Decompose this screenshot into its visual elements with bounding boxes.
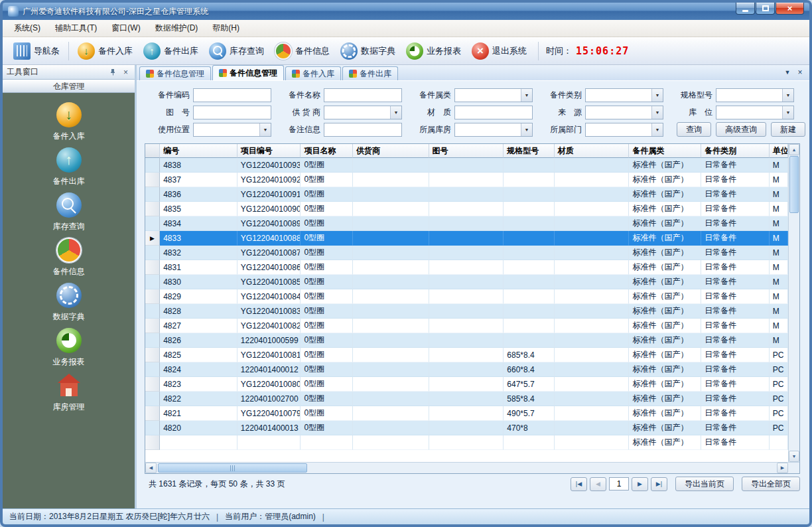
- sidebar-item-parts-info[interactable]: 备件信息: [3, 238, 135, 283]
- table-row[interactable]: ▶4833YG122040100880型圈标准件（国产）日常备件M: [145, 231, 788, 246]
- search-input[interactable]: [324, 88, 402, 102]
- row-selector[interactable]: [145, 216, 160, 231]
- row-selector[interactable]: [145, 406, 160, 421]
- row-selector[interactable]: [145, 333, 160, 348]
- toolbar-button-navbar[interactable]: 导航条: [8, 40, 65, 62]
- toolbar-button-exit[interactable]: 退出系统: [466, 40, 532, 62]
- column-header-5[interactable]: 规格型号: [504, 144, 554, 158]
- search-select[interactable]: ▼: [454, 123, 533, 137]
- column-header-4[interactable]: 图号: [429, 144, 504, 158]
- table-row[interactable]: 482612204010005990型圈标准件（国产）日常备件M: [145, 333, 788, 348]
- menu-item-4[interactable]: 帮助(H): [205, 20, 247, 37]
- search-select[interactable]: ▼: [193, 123, 271, 137]
- table-row[interactable]: 4836YG122040100910型圈标准件（国产）日常备件M: [145, 187, 788, 202]
- table-row[interactable]: 4832YG122040100870型圈标准件（国产）日常备件M: [145, 246, 788, 260]
- tab-list-icon[interactable]: ▼: [782, 67, 793, 78]
- search-select[interactable]: ▼: [716, 88, 794, 102]
- column-header-2[interactable]: 项目名称: [301, 144, 352, 158]
- export-all-pages-button[interactable]: 导出全部页: [742, 477, 800, 491]
- search-select[interactable]: ▼: [585, 106, 663, 119]
- row-selector[interactable]: [145, 348, 160, 362]
- menu-item-0[interactable]: 系统(S): [7, 20, 48, 37]
- search-select[interactable]: ▼: [716, 106, 794, 119]
- column-header-6[interactable]: 材质: [555, 144, 630, 158]
- scroll-up-icon[interactable]: ▲: [789, 144, 799, 155]
- tab-0[interactable]: 备件信息管理: [139, 66, 211, 80]
- horizontal-scrollbar[interactable]: ◀ ▶: [145, 462, 799, 473]
- row-selector[interactable]: [145, 362, 160, 377]
- search-select[interactable]: ▼: [585, 123, 663, 137]
- vertical-scrollbar[interactable]: ▲ ▼: [788, 144, 799, 462]
- table-row[interactable]: 4828YG122040100830型圈标准件（国产）日常备件M: [145, 304, 788, 319]
- new-button[interactable]: 新建: [771, 122, 805, 137]
- table-row[interactable]: 4829YG122040100840型圈标准件（国产）日常备件M: [145, 289, 788, 304]
- horizontal-scroll-thumb[interactable]: [158, 463, 307, 473]
- table-row[interactable]: 4830YG122040100850型圈标准件（国产）日常备件M: [145, 275, 788, 289]
- toolbar-button-parts-outbound[interactable]: 备件出库: [138, 40, 204, 62]
- table-row[interactable]: 4838YG122040100930型圈标准件（国产）日常备件M: [145, 158, 788, 173]
- tab-3[interactable]: 备件出库: [342, 66, 398, 80]
- page-number-input[interactable]: [609, 477, 629, 490]
- menu-item-2[interactable]: 窗口(W): [104, 20, 147, 37]
- tab-2[interactable]: 备件入库: [285, 66, 341, 80]
- row-selector[interactable]: [145, 202, 160, 216]
- vertical-scroll-thumb[interactable]: [789, 156, 799, 213]
- search-select[interactable]: ▼: [454, 88, 533, 102]
- first-page-button[interactable]: |◀: [571, 477, 587, 491]
- vertical-scroll-track[interactable]: [789, 155, 799, 451]
- toolbar-button-inventory-search[interactable]: 库存查询: [204, 40, 269, 62]
- sidebar-item-business-report[interactable]: 业务报表: [3, 328, 135, 373]
- query-button[interactable]: 查询: [677, 122, 711, 137]
- column-header-1[interactable]: 项目编号: [237, 144, 301, 158]
- toolbar-button-business-report[interactable]: 业务报表: [401, 40, 466, 62]
- column-header-0[interactable]: 编号: [160, 144, 237, 158]
- menu-item-1[interactable]: 辅助工具(T): [48, 20, 104, 37]
- column-header-7[interactable]: 备件属类: [629, 144, 701, 158]
- sidebar-item-parts-outbound[interactable]: 备件出库: [3, 147, 135, 192]
- table-row[interactable]: 4837YG122040100920型圈标准件（国产）日常备件M: [145, 173, 788, 187]
- last-page-button[interactable]: ▶|: [651, 477, 667, 491]
- minimize-button[interactable]: [736, 3, 755, 15]
- advanced-query-button[interactable]: 高级查询: [716, 122, 766, 137]
- column-header-3[interactable]: 供货商: [353, 144, 429, 158]
- table-row[interactable]: 4834YG122040100890型圈标准件（国产）日常备件M: [145, 216, 788, 231]
- table-row[interactable]: 4823YG122040100800型圈647*5.7标准件（国产）日常备件PC: [145, 377, 788, 392]
- row-selector[interactable]: [145, 289, 160, 304]
- sidebar-item-parts-inbound[interactable]: 备件入库: [3, 102, 135, 147]
- next-page-button[interactable]: ▶: [632, 477, 648, 491]
- sidebar-item-warehouse-manage[interactable]: 库房管理: [3, 373, 135, 418]
- search-select[interactable]: ▼: [324, 106, 402, 119]
- toolbar-button-parts-info[interactable]: 备件信息: [269, 40, 335, 62]
- table-row[interactable]: 4831YG122040100860型圈标准件（国产）日常备件M: [145, 260, 788, 275]
- prev-page-button[interactable]: ◀: [590, 477, 606, 491]
- sidebar-item-inventory-search[interactable]: 库存查询: [3, 192, 135, 238]
- row-selector[interactable]: [145, 319, 160, 333]
- scroll-down-icon[interactable]: ▼: [789, 451, 799, 462]
- search-select[interactable]: ▼: [585, 88, 663, 102]
- tab-close-icon[interactable]: ×: [795, 67, 805, 78]
- table-row[interactable]: 4821YG122040100790型圈490*5.7标准件（国产）日常备件PC: [145, 406, 788, 421]
- scroll-left-icon[interactable]: ◀: [145, 463, 157, 473]
- table-row[interactable]: 482412204014000120型圈660*8.4标准件（国产）日常备件PC: [145, 362, 788, 377]
- close-button[interactable]: ×: [776, 3, 804, 15]
- row-selector[interactable]: ▶: [145, 231, 160, 246]
- tab-1[interactable]: 备件信息管理: [212, 65, 284, 80]
- pin-icon[interactable]: [108, 67, 118, 77]
- table-row[interactable]: 482012204014000130型圈470*8标准件（国产）日常备件PC: [145, 421, 788, 435]
- table-row[interactable]: 4825YG122040100810型圈685*8.4标准件（国产）日常备件PC: [145, 348, 788, 362]
- row-selector[interactable]: [145, 158, 160, 173]
- search-input[interactable]: [324, 123, 402, 137]
- table-row[interactable]: 4827YG122040100820型圈标准件（国产）日常备件M: [145, 319, 788, 333]
- maximize-button[interactable]: [756, 3, 775, 15]
- toolbar-button-data-dictionary[interactable]: 数据字典: [335, 40, 401, 62]
- export-current-page-button[interactable]: 导出当前页: [675, 477, 734, 491]
- scroll-right-icon[interactable]: ▶: [777, 463, 788, 473]
- search-input[interactable]: [193, 106, 271, 119]
- search-input[interactable]: [454, 106, 533, 119]
- row-selector[interactable]: [145, 173, 160, 187]
- row-selector[interactable]: [145, 392, 160, 406]
- horizontal-scroll-track[interactable]: [157, 463, 777, 473]
- row-selector[interactable]: [145, 304, 160, 319]
- menu-item-3[interactable]: 数据维护(D): [148, 20, 206, 37]
- search-input[interactable]: [193, 88, 271, 102]
